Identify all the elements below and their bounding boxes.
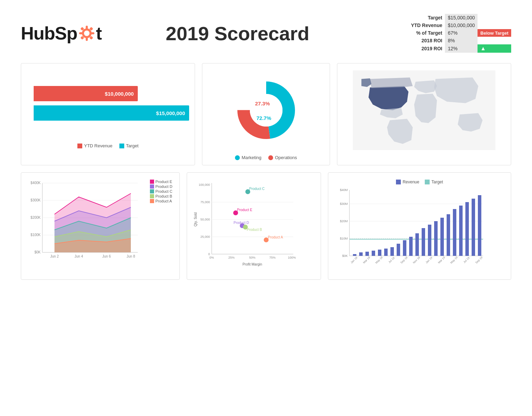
svg-text:72.7%: 72.7% — [256, 115, 271, 121]
legend-dot-operations — [268, 155, 273, 160]
kpi-row-pct: % of Target 67% Below Target — [408, 29, 511, 37]
svg-rect-72 — [372, 251, 375, 256]
svg-text:May 19: May 19 — [450, 255, 458, 264]
svg-rect-75 — [390, 247, 394, 256]
svg-text:Product C: Product C — [249, 187, 264, 191]
legend-dot-marketing — [235, 155, 240, 160]
svg-text:0%: 0% — [209, 256, 214, 259]
area-chart-svg: $0K $100K $200K $300K $400K Jun 2 Jun 4 … — [27, 180, 145, 270]
page-title: 2019 Scorecard — [67, 22, 408, 45]
kpi-row-target: Target $15,000,000 — [408, 14, 511, 21]
svg-text:Jun 4: Jun 4 — [75, 254, 83, 258]
svg-text:25%: 25% — [228, 256, 235, 259]
donut-legend: Marketing Operations — [208, 155, 324, 160]
svg-text:$400K: $400K — [31, 181, 41, 185]
scatter-chart-card: 0 25,000 50,000 75,000 100,000 0% 25% 50… — [187, 172, 321, 280]
kpi-value-ytd: $10,000,000 — [445, 21, 478, 29]
rev-chart-legend: Revenue Target — [334, 180, 505, 184]
legend-operations: Operations — [268, 155, 297, 160]
svg-text:$20M: $20M — [340, 219, 348, 223]
kpi-value-roi18: 8% — [445, 37, 478, 44]
svg-rect-78 — [409, 237, 413, 256]
kpi-value-pct: 67% — [445, 29, 478, 37]
legend-rev-target: Target — [425, 180, 443, 184]
page-header: HubSp t 2019 Scorecard Target $15,000,00… — [21, 14, 511, 53]
kpi-summary-table: Target $15,000,000 YTD Revenue $10,000,0… — [408, 14, 511, 53]
svg-text:$0K: $0K — [342, 254, 348, 258]
bar-ytd: $10,000,000 — [34, 86, 138, 101]
svg-text:$300K: $300K — [31, 198, 41, 202]
svg-text:May 18: May 18 — [375, 255, 383, 264]
revenue-chart-svg: $0K $10M $20M $30M $40M — [334, 187, 487, 270]
svg-rect-77 — [403, 240, 406, 256]
svg-rect-79 — [415, 233, 419, 256]
legend-product-c: Product C — [150, 189, 172, 193]
map-area — [343, 70, 505, 150]
svg-rect-70 — [359, 252, 363, 256]
svg-rect-88 — [472, 199, 475, 256]
kpi-row-ytd: YTD Revenue $10,000,000 — [408, 21, 511, 29]
svg-text:$10M: $10M — [340, 237, 348, 240]
bar-chart-card: $10,000,000 $15,000,000 YTD Revenue — [21, 63, 195, 165]
legend-dot-target — [119, 144, 124, 148]
svg-text:Mar 18: Mar 18 — [362, 256, 371, 264]
kpi-value-target: $15,000,000 — [445, 14, 478, 21]
svg-text:75,000: 75,000 — [200, 200, 210, 204]
bar-chart-area: $10,000,000 $15,000,000 — [27, 70, 189, 140]
kpi-label-ytd: YTD Revenue — [408, 21, 445, 29]
svg-text:$0K: $0K — [34, 250, 41, 254]
svg-text:100%: 100% — [288, 256, 296, 259]
svg-text:Product E: Product E — [237, 208, 252, 212]
svg-rect-76 — [397, 244, 400, 256]
svg-text:Product D: Product D — [234, 221, 249, 225]
svg-text:Jan 19: Jan 19 — [425, 256, 433, 264]
scatter-svg: 0 25,000 50,000 75,000 100,000 0% 25% 50… — [193, 180, 297, 273]
kpi-row-roi18: 2018 ROI 8% — [408, 37, 511, 44]
svg-text:Jun 6: Jun 6 — [102, 254, 111, 258]
svg-rect-83 — [440, 218, 444, 256]
map-chart-card — [337, 63, 511, 165]
area-chart-card: Product E Product D Product C Product B … — [21, 172, 180, 280]
donut-chart-area: 27.3% 72.7% — [208, 70, 324, 150]
bar-target: $15,000,000 — [34, 105, 189, 121]
legend-product-a: Product A — [150, 199, 172, 203]
svg-text:$40M: $40M — [340, 188, 348, 192]
donut-chart-card: 27.3% 72.7% Marketing Operations — [202, 63, 330, 165]
svg-text:27.3%: 27.3% — [255, 101, 270, 106]
world-map-svg — [343, 70, 505, 150]
svg-rect-87 — [465, 202, 469, 256]
svg-text:Nov 18: Nov 18 — [412, 256, 421, 265]
svg-text:Jun 2: Jun 2 — [50, 254, 59, 258]
svg-rect-85 — [453, 209, 456, 256]
svg-text:Sep 19: Sep 19 — [475, 256, 483, 265]
svg-rect-82 — [434, 221, 438, 256]
svg-text:Jul 18: Jul 18 — [388, 256, 395, 264]
area-chart-wrap: Product E Product D Product C Product B … — [27, 180, 174, 271]
svg-text:75%: 75% — [269, 256, 276, 259]
legend-marketing: Marketing — [235, 155, 261, 160]
svg-text:Product A: Product A — [268, 235, 283, 239]
svg-text:$100K: $100K — [31, 233, 41, 237]
svg-text:Jul 19: Jul 19 — [463, 256, 470, 264]
legend-dot-ytd — [77, 144, 82, 148]
svg-text:Jan 18: Jan 18 — [350, 256, 358, 264]
kpi-row-roi19: 2019 ROI 12% ▲ — [408, 44, 511, 53]
kpi-badge-below-target: Below Target — [478, 29, 511, 37]
area-legend: Product E Product D Product C Product B … — [150, 180, 172, 204]
svg-rect-73 — [378, 250, 381, 256]
svg-text:$200K: $200K — [31, 216, 41, 219]
legend-product-b: Product B — [150, 194, 172, 198]
svg-text:50,000: 50,000 — [200, 218, 210, 221]
svg-text:Product B: Product B — [247, 228, 262, 232]
kpi-label-roi19: 2019 ROI — [408, 44, 445, 53]
svg-rect-80 — [422, 228, 425, 256]
svg-rect-69 — [353, 254, 356, 256]
svg-text:Jun 8: Jun 8 — [127, 254, 135, 258]
svg-text:25,000: 25,000 — [200, 235, 210, 239]
kpi-label-roi18: 2018 ROI — [408, 37, 445, 44]
svg-text:Mar 19: Mar 19 — [437, 256, 446, 264]
bar-chart-legend: YTD Revenue Target — [27, 143, 189, 148]
legend-revenue: Revenue — [396, 180, 419, 184]
svg-rect-89 — [478, 195, 481, 256]
svg-point-12 — [250, 94, 282, 127]
